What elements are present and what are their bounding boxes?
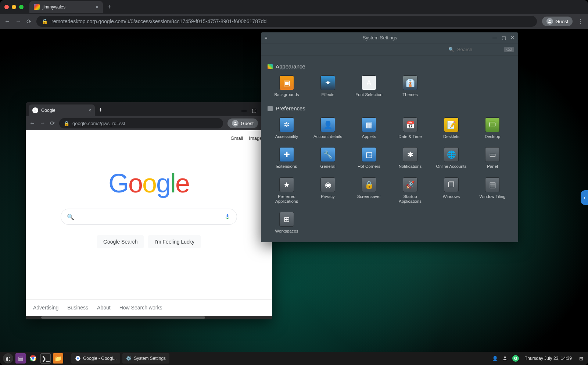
- settings-item-workspaces[interactable]: ⊞Workspaces: [268, 210, 306, 235]
- inner-back-icon[interactable]: ←: [29, 120, 35, 127]
- settings-maximize-icon[interactable]: ▢: [502, 35, 506, 40]
- settings-item-online-accounts[interactable]: 🌐Online Accounts: [432, 146, 470, 170]
- footer-how-link[interactable]: How Search works: [119, 305, 162, 311]
- footer-advertising-link[interactable]: Advertising: [33, 305, 58, 311]
- calendar-icon: 📅: [403, 117, 417, 132]
- url-input[interactable]: 🔒 remotedesktop.corp.google.com/u/0/acce…: [36, 16, 537, 27]
- search-icon: 🔍: [67, 213, 74, 220]
- remote-desktop-side-tab[interactable]: ‹: [581, 190, 588, 205]
- show-desktop-launcher[interactable]: ▤: [15, 353, 26, 364]
- google-search-button[interactable]: Google Search: [97, 235, 144, 248]
- settings-item-label: Panel: [487, 164, 498, 169]
- forward-icon[interactable]: →: [15, 18, 21, 25]
- settings-item-label: Desktop: [485, 134, 500, 139]
- gmail-link[interactable]: Gmail: [230, 135, 243, 141]
- suit-icon: 👔: [403, 75, 417, 90]
- taskbar-task-settings[interactable]: ⚙️ System Settings: [122, 353, 169, 364]
- maximize-window-button[interactable]: [19, 5, 24, 9]
- inner-url-input[interactable]: 🔒 google.com/?gws_rd=ssl: [59, 118, 223, 128]
- inner-browser-tab[interactable]: G Google ×: [29, 104, 95, 116]
- settings-item-label: Desklets: [443, 134, 459, 139]
- inner-new-tab-button[interactable]: +: [98, 106, 103, 114]
- rocket-icon: 🚀: [403, 177, 417, 192]
- taskbar-task-chrome[interactable]: Google - Googl...: [71, 353, 120, 364]
- settings-minimize-icon[interactable]: —: [492, 35, 497, 40]
- settings-item-backgrounds[interactable]: ▣Backgrounds: [268, 74, 306, 99]
- menu-icon[interactable]: ⋮: [578, 18, 584, 25]
- reload-icon[interactable]: ⟳: [26, 18, 31, 25]
- new-tab-button[interactable]: +: [107, 3, 111, 11]
- settings-close-icon[interactable]: ✕: [510, 35, 514, 40]
- profile-label: Guest: [555, 19, 568, 24]
- search-input[interactable]: [79, 213, 220, 220]
- settings-search-input[interactable]: [457, 47, 501, 52]
- settings-item-window-tiling[interactable]: ▤Window Tiling: [473, 176, 512, 205]
- footer-about-link[interactable]: About: [97, 305, 111, 311]
- settings-item-label: Preferred Applications: [269, 194, 304, 204]
- settings-item-desklets[interactable]: 📝Desklets: [432, 116, 470, 141]
- menu-launcher[interactable]: ◐: [3, 353, 13, 364]
- inner-forward-icon[interactable]: →: [40, 120, 46, 127]
- clock[interactable]: Thursday July 23, 14:39: [525, 356, 572, 361]
- network-tray-icon[interactable]: 🖧: [501, 356, 509, 361]
- settings-item-themes[interactable]: 👔Themes: [391, 74, 429, 99]
- settings-item-account-details[interactable]: 👤Account details: [309, 116, 347, 141]
- close-window-button[interactable]: [4, 5, 9, 9]
- minimize-window-button[interactable]: [12, 5, 16, 9]
- sliders-icon: [268, 106, 273, 111]
- inner-scrollbar[interactable]: [26, 316, 272, 319]
- outer-tab-strip: jimmywales × +: [0, 0, 588, 14]
- chrome-launcher[interactable]: [28, 353, 38, 364]
- user-tray-icon[interactable]: 👤: [491, 356, 499, 361]
- settings-item-applets[interactable]: ▦Applets: [350, 116, 388, 141]
- settings-item-desktop[interactable]: 🖵Desktop: [473, 116, 512, 141]
- back-icon[interactable]: ←: [4, 18, 10, 25]
- settings-titlebar: ≡ System Settings — ▢ ✕: [261, 32, 518, 43]
- settings-item-extensions[interactable]: ✚Extensions: [268, 146, 306, 170]
- settings-item-label: Account details: [313, 134, 342, 139]
- settings-item-notifications[interactable]: ✱Notifications: [391, 146, 429, 170]
- workspaces-tray-icon[interactable]: ⊞: [577, 356, 585, 361]
- svg-point-3: [32, 357, 35, 360]
- settings-body: Appearance ▣Backgrounds✦EffectsAFont Sel…: [261, 56, 518, 242]
- inner-minimize-icon[interactable]: —: [241, 107, 247, 113]
- mic-icon[interactable]: [224, 213, 231, 220]
- footer-business-link[interactable]: Business: [67, 305, 88, 311]
- settings-item-windows[interactable]: ❐Windows: [432, 176, 470, 205]
- profile-button[interactable]: Guest: [542, 17, 573, 26]
- status-tray-icon[interactable]: G: [512, 355, 520, 362]
- settings-item-label: Extensions: [276, 164, 297, 169]
- settings-item-accessibility[interactable]: ✲Accessibility: [268, 116, 306, 141]
- hamburger-icon[interactable]: ≡: [265, 35, 268, 40]
- tiling-icon: ▤: [485, 177, 500, 192]
- google-search-box[interactable]: 🔍: [61, 209, 237, 225]
- settings-item-privacy[interactable]: ◉Privacy: [309, 176, 347, 205]
- settings-item-general[interactable]: 🔧General: [309, 146, 347, 170]
- settings-item-hot-corners[interactable]: ◲Hot Corners: [350, 146, 388, 170]
- settings-item-preferred-applications[interactable]: ★Preferred Applications: [268, 176, 306, 205]
- clear-search-icon[interactable]: ⌫: [504, 47, 514, 52]
- close-tab-icon[interactable]: ×: [96, 4, 98, 10]
- google-buttons: Google Search I'm Feeling Lucky: [97, 235, 201, 248]
- settings-item-label: Backgrounds: [274, 92, 299, 97]
- inner-profile-label: Guest: [241, 121, 254, 126]
- plugin-icon: ✚: [279, 147, 294, 162]
- settings-item-panel[interactable]: ▭Panel: [473, 146, 512, 170]
- settings-item-effects[interactable]: ✦Effects: [309, 74, 347, 99]
- settings-item-startup-applications[interactable]: 🚀Startup Applications: [391, 176, 429, 205]
- inner-maximize-icon[interactable]: ▢: [252, 107, 257, 113]
- accessibility-icon: ✲: [279, 117, 294, 132]
- inner-profile-button[interactable]: Guest: [227, 118, 258, 128]
- terminal-launcher[interactable]: ❯_: [40, 353, 51, 364]
- inner-close-tab-icon[interactable]: ×: [89, 108, 91, 113]
- feeling-lucky-button[interactable]: I'm Feeling Lucky: [148, 235, 201, 248]
- settings-item-screensaver[interactable]: 🔒Screensaver: [350, 176, 388, 205]
- files-launcher[interactable]: 📁: [53, 353, 63, 364]
- browser-tab[interactable]: jimmywales ×: [29, 1, 103, 13]
- settings-item-label: Online Accounts: [436, 164, 466, 169]
- inner-reload-icon[interactable]: ⟳: [50, 120, 55, 127]
- settings-item-label: Startup Applications: [392, 194, 428, 204]
- inner-tab-title: Google: [41, 108, 55, 113]
- settings-item-font-selection[interactable]: AFont Selection: [350, 74, 388, 99]
- settings-item-date-time[interactable]: 📅Date & Time: [391, 116, 429, 141]
